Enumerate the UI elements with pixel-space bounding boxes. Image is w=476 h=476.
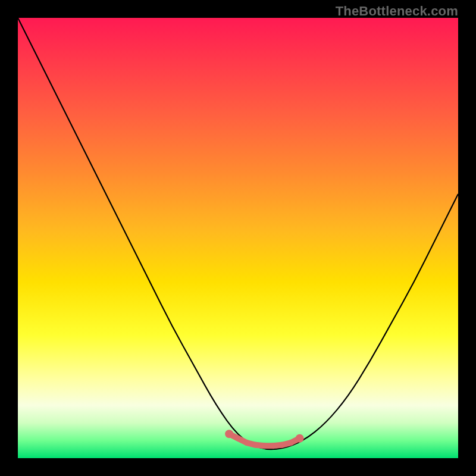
highlight-point [261, 443, 267, 449]
highlight-point [235, 436, 241, 441]
highlight-point [296, 434, 304, 443]
watermark-text: TheBottleneck.com [336, 4, 458, 19]
highlight-point [244, 440, 250, 446]
highlight-point [288, 440, 294, 446]
highlight-point [270, 443, 276, 449]
highlight-point [279, 442, 285, 448]
highlight-point [225, 430, 233, 438]
curve-line [18, 18, 458, 449]
highlight-point [253, 442, 259, 448]
chart-overlay [18, 18, 458, 458]
chart-frame: TheBottleneck.com [0, 0, 476, 476]
